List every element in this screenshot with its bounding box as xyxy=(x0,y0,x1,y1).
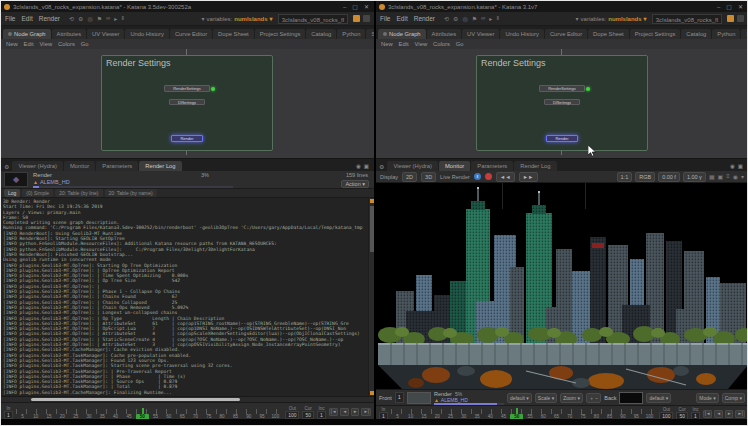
tab-dope-sheet[interactable]: Dope Sheet xyxy=(213,29,254,39)
step-back-button[interactable]: ◄ xyxy=(714,410,722,418)
tab-curve-editor[interactable]: Curve Editor xyxy=(170,29,212,39)
view-led-icon[interactable] xyxy=(211,87,215,91)
flag-icon[interactable]: ⚑ xyxy=(97,15,102,22)
filter-simple[interactable]: (0) Simple xyxy=(22,189,53,197)
link-icon[interactable]: ∞ xyxy=(106,15,110,22)
tab-render-log[interactable]: Render Log xyxy=(514,161,556,171)
detach-icon[interactable]: ▣ xyxy=(364,163,369,169)
variables-control[interactable]: ▾ variables: numIslands ▾ xyxy=(576,15,647,22)
log-vertical-scrollbar[interactable] xyxy=(368,198,374,396)
play-button[interactable]: ► xyxy=(351,408,359,416)
go-to-start-button[interactable]: |◄ xyxy=(329,408,339,416)
tab-uv-viewer[interactable]: UV Viewer xyxy=(87,29,124,39)
view-2d-button[interactable]: 2D xyxy=(402,172,417,182)
tab-attributes[interactable]: Attributes xyxy=(427,29,462,39)
tab-node-graph[interactable]: Node Graph xyxy=(378,29,426,39)
tab-dope-sheet[interactable]: Dope Sheet xyxy=(588,29,629,39)
go-to-end-button[interactable]: ►| xyxy=(361,408,371,416)
tab-scene[interactable]: Scene xyxy=(741,29,748,39)
tab-project-settings[interactable]: Project Settings xyxy=(630,29,681,39)
settings-icon[interactable]: ⚙ xyxy=(78,15,83,22)
log-horizontal-scrollbar[interactable] xyxy=(1,396,374,402)
skip-back-button[interactable]: ◄◄ xyxy=(496,172,515,182)
node-rendersettings[interactable]: RenderSettings xyxy=(539,85,585,92)
in-field[interactable]: 1 xyxy=(4,411,13,419)
render-log-output[interactable]: 3D Render: RenderStart Time: Fri Dec 13 … xyxy=(1,198,374,396)
maximize-button[interactable]: ▢ xyxy=(352,4,358,10)
render-thumbnail[interactable]: ◆ xyxy=(4,172,28,187)
node-graph-panel[interactable]: NewEditViewColorsGo Render Settings Rend… xyxy=(1,39,374,159)
tab-undo-history[interactable]: Undo History xyxy=(125,29,169,39)
skip-forward-button[interactable]: ►► xyxy=(519,172,538,182)
pane-gear-icon[interactable]: ⚙ xyxy=(378,163,386,171)
tab-curve-editor[interactable]: Curve Editor xyxy=(545,29,587,39)
tab-project-settings[interactable]: Project Settings xyxy=(255,29,306,39)
tab-monitor[interactable]: Monitor xyxy=(64,161,95,171)
action-button[interactable]: Action ▾ xyxy=(341,180,369,188)
gamma-button[interactable]: 1.00 γ xyxy=(683,172,706,182)
increment-field[interactable]: 1 xyxy=(317,411,326,419)
frame-field[interactable]: 1 xyxy=(395,392,404,403)
node-render[interactable]: Render xyxy=(171,135,203,142)
pause-icon[interactable]: ‖ xyxy=(474,173,481,180)
comp-dropdown[interactable]: Comp ▾ xyxy=(722,393,745,403)
undo-icon[interactable]: ⟲ xyxy=(69,15,74,22)
tab-node-graph[interactable]: Node Graph xyxy=(3,29,51,39)
render-icon[interactable]: ▸ xyxy=(489,15,492,22)
stop-icon[interactable] xyxy=(485,173,492,180)
detach-icon[interactable]: ▣ xyxy=(738,163,743,169)
channel-button[interactable]: RGB xyxy=(635,172,655,182)
grid-icon[interactable]: ▦ xyxy=(709,173,715,180)
close-button[interactable]: ✕ xyxy=(364,4,369,10)
tab-catalog[interactable]: Catalog xyxy=(681,29,711,39)
mode-dropdown[interactable]: Mode ▾ xyxy=(696,393,718,403)
filter-log[interactable]: Log xyxy=(4,189,20,197)
tab-scene[interactable]: Scene xyxy=(366,29,374,39)
fstop-button[interactable]: 0.00 f xyxy=(658,172,680,182)
go-to-end-button[interactable]: ►| xyxy=(735,410,745,418)
scrollbar-thumb[interactable] xyxy=(31,398,240,401)
pin-icon[interactable]: ◉ xyxy=(730,163,735,169)
current-frame-field[interactable]: 50 xyxy=(302,411,314,419)
camera-icon[interactable]: ◉ xyxy=(733,173,738,180)
search-icon[interactable]: ◎ xyxy=(462,15,467,22)
pin-icon[interactable]: ◉ xyxy=(356,163,361,169)
swap-buffers-button[interactable]: ＋ − xyxy=(586,393,601,403)
zoom-level-button[interactable]: 1:1 xyxy=(617,172,633,182)
tab-catalog[interactable]: Catalog xyxy=(306,29,336,39)
variables-control[interactable]: ▾ variables: numIslands ▾ xyxy=(202,15,273,22)
search-icon[interactable]: ◎ xyxy=(87,15,92,22)
flag-icon[interactable]: ⚑ xyxy=(472,15,477,22)
tab-uv-viewer[interactable]: UV Viewer xyxy=(462,29,499,39)
front-buffer-thumbnail[interactable] xyxy=(407,392,431,404)
pause-icon[interactable]: ‖ xyxy=(496,15,498,22)
current-frame-marker[interactable] xyxy=(142,408,144,414)
titlebar[interactable]: 3cIslands_v08_rocks_expansion.katana* - … xyxy=(376,1,748,12)
back-buffer-thumbnail[interactable] xyxy=(619,392,643,404)
view-led-icon[interactable] xyxy=(586,87,590,91)
options-caret-icon[interactable]: ▾ xyxy=(741,173,744,180)
out-field[interactable]: 100 xyxy=(285,411,299,419)
scrollbar-thumb[interactable] xyxy=(370,206,374,252)
view-3d-button[interactable]: 3D xyxy=(421,172,436,182)
link-icon[interactable]: ∞ xyxy=(481,15,485,22)
node-dlsettings[interactable]: DlSettings xyxy=(169,99,205,105)
scroll-marker-bottom-icon[interactable] xyxy=(370,391,374,395)
live-render-label[interactable]: Live Render xyxy=(440,174,470,180)
close-button[interactable]: ✕ xyxy=(738,4,743,10)
settings-icon[interactable]: ⚙ xyxy=(453,15,458,22)
stop-render-icon[interactable] xyxy=(737,15,744,22)
tab-undo-history[interactable]: Undo History xyxy=(500,29,544,39)
render-status-icon[interactable] xyxy=(353,15,360,22)
go-to-start-button[interactable]: |◄ xyxy=(703,410,713,418)
node-rendersettings[interactable]: RenderSettings xyxy=(164,85,210,92)
filter-table-by-name[interactable]: 20: Table (by name) xyxy=(105,189,157,197)
undo-icon[interactable]: ⟲ xyxy=(444,15,449,22)
tab-parameters[interactable]: Parameters xyxy=(96,161,138,171)
tab-parameters[interactable]: Parameters xyxy=(471,161,513,171)
filename-field[interactable]: 3cIslands_v08_rocks_fl xyxy=(278,14,348,24)
node-render[interactable]: Render xyxy=(546,135,578,142)
minimize-button[interactable]: – xyxy=(343,4,346,10)
node-graph-panel[interactable]: NewEditViewColorsGo Render Settings Rend… xyxy=(376,39,748,159)
pane-gear-icon[interactable]: ⚙ xyxy=(3,163,11,171)
